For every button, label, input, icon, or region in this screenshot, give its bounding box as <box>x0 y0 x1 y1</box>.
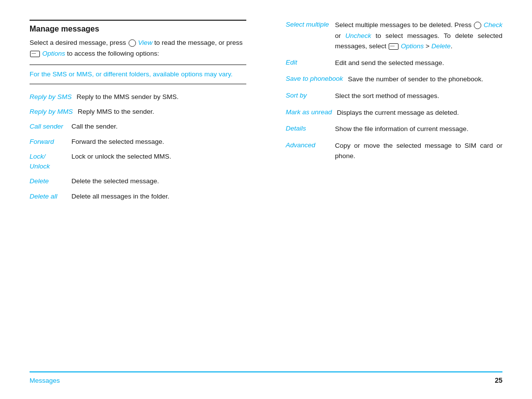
options-link2: Options <box>399 42 424 50</box>
view-circle-icon <box>129 39 136 47</box>
option-lock-unlock: Lock/Unlock Lock or unlock the selected … <box>30 152 246 172</box>
note-box: For the SMS or MMS, or different folders… <box>30 65 246 84</box>
option-advanced: Advanced Copy or move the selected messa… <box>286 140 502 162</box>
option-mark-as-unread: Mark as unread Displays the current mess… <box>286 107 502 118</box>
options-rect-icon <box>30 51 40 57</box>
option-label-select-multiple: Select multiple <box>286 20 330 30</box>
option-desc-forward: Forward the selected message. <box>71 137 246 147</box>
option-delete: Delete Delete the selected message. <box>30 176 246 186</box>
page-container: Manage messages Select a desired message… <box>0 0 532 399</box>
right-options-list: Select multiple Select multiple messages… <box>286 20 502 162</box>
option-forward: Forward Forward the selected message. <box>30 137 246 147</box>
option-desc-reply-mms: Reply MMS to the sender. <box>78 107 246 117</box>
option-details: Details Show the file information of cur… <box>286 124 502 134</box>
option-label-sort-by: Sort by <box>286 91 330 100</box>
footer-label: Messages <box>30 377 60 384</box>
option-delete-all: Delete all Delete all messages in the fo… <box>30 192 246 201</box>
footer-page-number: 25 <box>495 376 502 384</box>
uncheck-link: Uncheck <box>345 32 371 39</box>
option-desc-call-sender: Call the sender. <box>71 122 246 132</box>
option-edit: Edit Edit and send the selected message. <box>286 58 502 68</box>
option-label-reply-sms: Reply by SMS <box>30 92 72 102</box>
left-column: Manage messages Select a desired message… <box>30 20 256 366</box>
section-title: Manage messages <box>30 20 246 33</box>
option-desc-select-multiple: Select multiple messages to be deleted. … <box>335 20 502 52</box>
option-label-delete: Delete <box>30 176 66 186</box>
right-column: Select multiple Select multiple messages… <box>276 20 502 366</box>
option-call-sender: Call sender Call the sender. <box>30 122 246 132</box>
options-link: Options <box>40 50 65 57</box>
option-sort-by: Sort by Slect the sort method of message… <box>286 91 502 101</box>
intro-text: Select a desired message, press View to … <box>30 37 246 59</box>
delete-link: Delete <box>432 42 451 50</box>
option-desc-advanced: Copy or move the selected message to SIM… <box>335 140 502 162</box>
view-link: View <box>136 39 153 46</box>
option-desc-sort-by: Slect the sort method of messages. <box>335 91 502 101</box>
footer: Messages 25 <box>30 371 502 384</box>
option-desc-reply-sms: Reply to the MMS sender by SMS. <box>77 92 246 102</box>
options-rect-icon2 <box>389 43 399 50</box>
left-options-list: Reply by SMS Reply to the MMS sender by … <box>30 92 246 201</box>
check-link: Check <box>482 21 502 29</box>
note-text: For the SMS or MMS, or different folders… <box>30 70 233 78</box>
option-reply-mms: Reply by MMS Reply MMS to the sender. <box>30 107 246 117</box>
option-label-edit: Edit <box>286 58 330 67</box>
option-desc-delete-all: Delete all messages in the folder. <box>71 192 246 201</box>
option-save-to-phonebook: Save to phonebook Save the number of sen… <box>286 74 502 85</box>
option-desc-delete: Delete the selected message. <box>71 176 246 186</box>
content-area: Manage messages Select a desired message… <box>30 20 502 366</box>
option-select-multiple: Select multiple Select multiple messages… <box>286 20 502 52</box>
option-desc-details: Show the file information of current mes… <box>335 124 502 134</box>
option-label-mark-as-unread: Mark as unread <box>286 107 332 117</box>
option-desc-edit: Edit and send the selected message. <box>335 58 502 68</box>
option-desc-lock-unlock: Lock or unlock the selected MMS. <box>71 152 246 162</box>
option-label-lock-unlock: Lock/Unlock <box>30 152 66 172</box>
option-desc-save-to-phonebook: Save the number of sender to the phonebo… <box>348 74 502 85</box>
option-label-advanced: Advanced <box>286 140 330 150</box>
option-desc-mark-as-unread: Displays the current message as deleted. <box>337 107 502 118</box>
option-label-delete-all: Delete all <box>30 192 66 201</box>
option-label-details: Details <box>286 124 330 133</box>
option-reply-sms: Reply by SMS Reply to the MMS sender by … <box>30 92 246 102</box>
option-label-forward: Forward <box>30 137 66 147</box>
option-label-save-to-phonebook: Save to phonebook <box>286 74 343 84</box>
option-label-call-sender: Call sender <box>30 122 66 132</box>
option-label-reply-mms: Reply by MMS <box>30 107 73 117</box>
check-circle-icon <box>474 22 481 29</box>
